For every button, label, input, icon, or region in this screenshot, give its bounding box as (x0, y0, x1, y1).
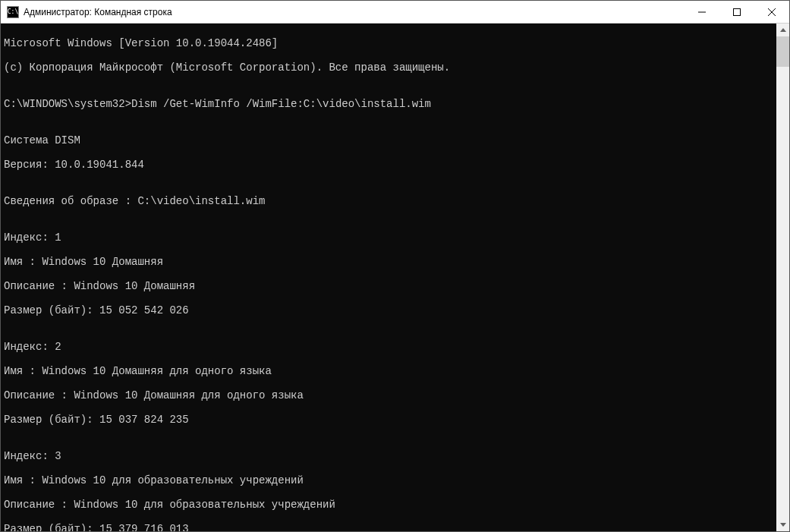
vertical-scrollbar[interactable] (776, 24, 789, 531)
output-line: Описание : Windows 10 Домашняя для одног… (4, 389, 776, 401)
svg-rect-1 (734, 8, 741, 15)
chevron-up-icon (780, 28, 786, 32)
scroll-down-button[interactable] (776, 518, 789, 531)
output-line: Сведения об образе : C:\video\install.wi… (4, 195, 776, 207)
terminal-output[interactable]: Microsoft Windows [Version 10.0.19044.24… (1, 24, 776, 531)
output-line: Индекс: 3 (4, 450, 776, 462)
output-line: Имя : Windows 10 Домашняя для одного язы… (4, 365, 776, 377)
prompt-path: C:\WINDOWS\system32> (4, 98, 131, 110)
output-line: Описание : Windows 10 для образовательны… (4, 499, 776, 511)
output-line: Microsoft Windows [Version 10.0.19044.24… (4, 37, 776, 49)
output-line: Индекс: 2 (4, 341, 776, 353)
command-text: Dism /Get-WimInfo /WimFile:C:\video\inst… (131, 98, 431, 110)
output-line: (c) Корпорация Майкрософт (Microsoft Cor… (4, 61, 776, 74)
output-line: Размер (байт): 15 052 542 026 (4, 304, 776, 316)
prompt-line: C:\WINDOWS\system32>Dism /Get-WimInfo /W… (4, 98, 776, 110)
window-frame: C:\ Администратор: Командная строка Micr… (0, 0, 790, 532)
output-line: Индекс: 1 (4, 231, 776, 244)
window-title: Администратор: Командная строка (24, 7, 685, 17)
titlebar[interactable]: C:\ Администратор: Командная строка (1, 1, 789, 24)
chevron-down-icon (780, 523, 786, 527)
scrollbar-thumb[interactable] (776, 36, 789, 67)
svg-marker-4 (780, 28, 786, 32)
output-line: Версия: 10.0.19041.844 (4, 159, 776, 171)
output-line: Описание : Windows 10 Домашняя (4, 280, 776, 292)
maximize-icon (733, 8, 741, 16)
close-icon (768, 8, 776, 16)
output-line: Имя : Windows 10 Домашняя (4, 256, 776, 268)
output-line: Имя : Windows 10 для образовательных учр… (4, 474, 776, 486)
client-area: Microsoft Windows [Version 10.0.19044.24… (1, 24, 789, 531)
window-controls (685, 1, 789, 23)
output-line: Размер (байт): 15 037 824 235 (4, 414, 776, 426)
minimize-icon (698, 8, 706, 16)
scroll-up-button[interactable] (776, 24, 789, 36)
app-icon: C:\ (7, 6, 19, 18)
output-line: Размер (байт): 15 379 716 013 (4, 523, 776, 531)
svg-marker-5 (780, 523, 786, 527)
maximize-button[interactable] (719, 1, 754, 23)
output-line: Cистема DISM (4, 134, 776, 146)
minimize-button[interactable] (685, 1, 719, 23)
scrollbar-track[interactable] (776, 36, 789, 518)
close-button[interactable] (754, 1, 789, 23)
